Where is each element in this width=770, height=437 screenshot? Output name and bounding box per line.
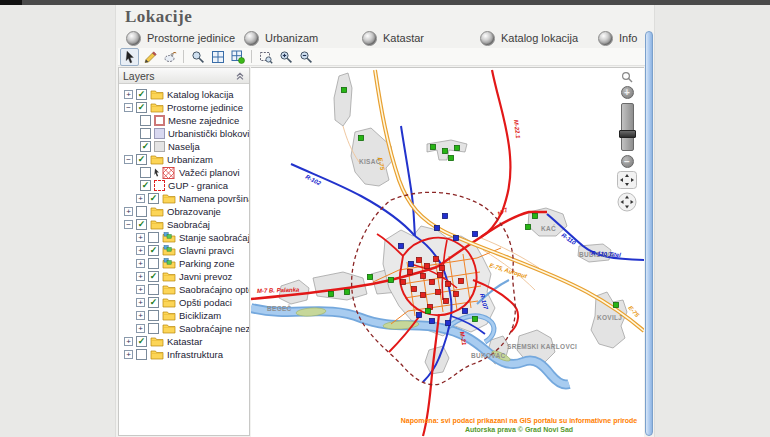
map-marker-red[interactable] xyxy=(436,290,441,295)
zoom-slider-track[interactable] xyxy=(621,103,634,151)
vertical-scrollbar[interactable] xyxy=(645,31,653,436)
map-marker-red[interactable] xyxy=(421,274,426,279)
map-marker-red[interactable] xyxy=(412,287,417,292)
layer-label[interactable]: Prostorne jedinice xyxy=(167,102,243,113)
map-marker-green[interactable] xyxy=(614,303,619,308)
layer-checkbox[interactable]: ✓ xyxy=(136,89,147,100)
map-marker-green[interactable] xyxy=(426,309,431,314)
map-marker-red[interactable] xyxy=(430,280,435,285)
layer-label[interactable]: Katastar xyxy=(167,336,202,347)
expand-toggle[interactable]: + xyxy=(136,194,145,203)
expand-toggle[interactable]: + xyxy=(124,350,133,359)
zoom-in-tool[interactable] xyxy=(276,48,295,66)
layer-checkbox[interactable]: ✓ xyxy=(136,219,147,230)
map-marker-blue[interactable] xyxy=(443,214,448,219)
layer-label[interactable]: Biciklizam xyxy=(179,310,221,321)
map-viewport[interactable]: KISAČKAĆBUDISAVAKOVILJBEGEČSREMSKI KARLO… xyxy=(251,67,644,437)
map-marker-green[interactable] xyxy=(342,88,347,93)
map-marker-blue[interactable] xyxy=(446,321,451,326)
expand-toggle[interactable]: − xyxy=(124,103,133,112)
map-marker-green[interactable] xyxy=(449,156,454,161)
nav-item[interactable]: Info xyxy=(598,29,716,47)
zoom-out-tool[interactable] xyxy=(296,48,315,66)
layer-checkbox[interactable] xyxy=(148,323,159,334)
expand-toggle[interactable]: + xyxy=(136,246,145,255)
map-marker-red[interactable] xyxy=(440,266,445,271)
map-marker-green[interactable] xyxy=(329,292,334,297)
edit-tool[interactable] xyxy=(140,48,159,66)
layer-label[interactable]: Javni prevoz xyxy=(179,271,232,282)
map-search-icon[interactable] xyxy=(621,71,633,83)
expand-toggle[interactable]: + xyxy=(136,285,145,294)
expand-toggle[interactable]: + xyxy=(124,90,133,99)
layer-checkbox[interactable]: ✓ xyxy=(140,141,151,152)
layer-checkbox[interactable] xyxy=(148,232,159,243)
map-marker-green[interactable] xyxy=(533,214,538,219)
map-marker-red[interactable] xyxy=(421,293,426,298)
nav-item[interactable]: Prostorne jedinice xyxy=(126,29,244,47)
pan-pad[interactable] xyxy=(617,171,637,189)
map-marker-green[interactable] xyxy=(455,146,460,151)
map-marker-red[interactable] xyxy=(425,264,430,269)
layer-checkbox[interactable] xyxy=(148,284,159,295)
expand-toggle[interactable]: + xyxy=(136,311,145,320)
layer-checkbox[interactable] xyxy=(148,258,159,269)
map-marker-red[interactable] xyxy=(401,280,406,285)
map-marker-red[interactable] xyxy=(459,279,464,284)
map-marker-blue[interactable] xyxy=(435,226,440,231)
expand-toggle[interactable]: − xyxy=(124,220,133,229)
expand-toggle[interactable]: + xyxy=(124,337,133,346)
layer-label[interactable]: Opšti podaci xyxy=(179,297,232,308)
map-marker-green[interactable] xyxy=(431,145,436,150)
layer-label[interactable]: GUP - granica xyxy=(168,180,228,191)
expand-toggle[interactable]: + xyxy=(136,272,145,281)
layer-checkbox[interactable] xyxy=(140,167,151,178)
map-marker-red[interactable] xyxy=(444,299,449,304)
layer-label[interactable]: Saobraćajne nezgode xyxy=(179,323,249,334)
layer-checkbox[interactable] xyxy=(140,128,151,139)
layer-checkbox[interactable] xyxy=(148,310,159,321)
map-marker-red[interactable] xyxy=(454,292,459,297)
map-marker-red[interactable] xyxy=(434,257,439,262)
nav-item[interactable]: Katalog lokacija xyxy=(480,29,598,47)
zoom-window-tool[interactable] xyxy=(256,48,275,66)
map-marker-red[interactable] xyxy=(446,282,451,287)
map-marker-blue[interactable] xyxy=(399,244,404,249)
layer-label[interactable]: Obrazovanje xyxy=(167,206,221,217)
layer-label[interactable]: Glavni pravci xyxy=(179,245,234,256)
expand-toggle[interactable]: + xyxy=(136,298,145,307)
map-marker-blue[interactable] xyxy=(417,313,422,318)
select-features-tool[interactable] xyxy=(160,48,179,66)
layer-checkbox[interactable]: ✓ xyxy=(140,180,151,191)
layer-checkbox[interactable] xyxy=(136,206,147,217)
nav-item[interactable]: Katastar xyxy=(362,29,480,47)
layer-label[interactable]: Parking zone xyxy=(179,258,234,269)
layer-checkbox[interactable]: ✓ xyxy=(148,245,159,256)
map-marker-blue[interactable] xyxy=(454,236,459,241)
zoom-to-selection-tool[interactable] xyxy=(188,48,207,66)
pan-pad-round[interactable] xyxy=(617,192,637,212)
layer-label[interactable]: Naselja xyxy=(168,141,200,152)
nav-item[interactable]: Urbanizam xyxy=(244,29,362,47)
map-marker-green[interactable] xyxy=(389,278,394,283)
expand-toggle[interactable]: + xyxy=(136,324,145,333)
layer-label[interactable]: Urbanizam xyxy=(167,154,213,165)
layer-checkbox[interactable]: ✓ xyxy=(148,193,159,204)
layer-extent-tool[interactable] xyxy=(228,48,247,66)
map-marker-red[interactable] xyxy=(417,258,422,263)
layer-label[interactable]: Katalog lokacija xyxy=(167,89,234,100)
map-marker-green[interactable] xyxy=(368,275,373,280)
zoom-out-button[interactable]: − xyxy=(621,155,634,168)
zoom-in-button[interactable]: + xyxy=(621,86,634,99)
map-marker-green[interactable] xyxy=(526,225,531,230)
layer-label[interactable]: Stanje saobraćaja xyxy=(179,232,249,243)
map-marker-blue[interactable] xyxy=(409,262,414,267)
map-marker-red[interactable] xyxy=(438,273,443,278)
layer-label[interactable]: Urbanistički blokovi xyxy=(168,128,249,139)
map-marker-red[interactable] xyxy=(408,270,413,275)
layer-label[interactable]: Namena površina xyxy=(179,193,249,204)
map-canvas[interactable]: KISAČKAĆBUDISAVAKOVILJBEGEČSREMSKI KARLO… xyxy=(251,68,644,437)
layer-checkbox[interactable]: ✓ xyxy=(136,102,147,113)
expand-toggle[interactable]: + xyxy=(136,233,145,242)
layer-checkbox[interactable]: ✓ xyxy=(136,336,147,347)
